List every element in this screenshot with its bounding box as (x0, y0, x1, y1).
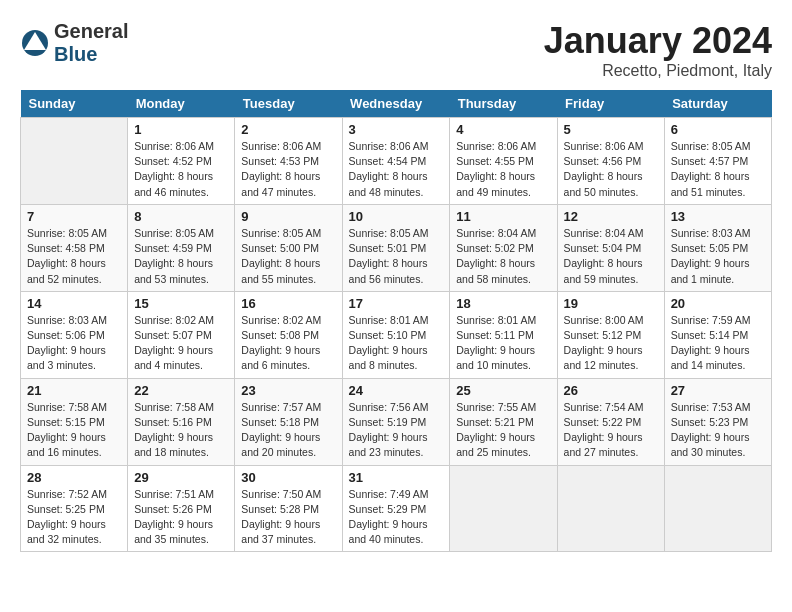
month-title: January 2024 (544, 20, 772, 62)
calendar-cell: 20Sunrise: 7:59 AMSunset: 5:14 PMDayligh… (664, 291, 771, 378)
day-number: 3 (349, 122, 444, 137)
day-number: 28 (27, 470, 121, 485)
day-number: 5 (564, 122, 658, 137)
calendar-cell: 16Sunrise: 8:02 AMSunset: 5:08 PMDayligh… (235, 291, 342, 378)
day-number: 13 (671, 209, 765, 224)
day-info: Sunrise: 8:05 AMSunset: 4:59 PMDaylight:… (134, 226, 228, 287)
day-number: 21 (27, 383, 121, 398)
day-info: Sunrise: 8:03 AMSunset: 5:06 PMDaylight:… (27, 313, 121, 374)
day-number: 1 (134, 122, 228, 137)
day-info: Sunrise: 7:59 AMSunset: 5:14 PMDaylight:… (671, 313, 765, 374)
day-number: 14 (27, 296, 121, 311)
day-info: Sunrise: 8:02 AMSunset: 5:07 PMDaylight:… (134, 313, 228, 374)
day-number: 25 (456, 383, 550, 398)
day-info: Sunrise: 8:06 AMSunset: 4:52 PMDaylight:… (134, 139, 228, 200)
logo: General Blue (20, 20, 128, 66)
calendar-cell: 15Sunrise: 8:02 AMSunset: 5:07 PMDayligh… (128, 291, 235, 378)
calendar-cell: 31Sunrise: 7:49 AMSunset: 5:29 PMDayligh… (342, 465, 450, 552)
day-info: Sunrise: 8:06 AMSunset: 4:55 PMDaylight:… (456, 139, 550, 200)
header-sunday: Sunday (21, 90, 128, 118)
day-number: 19 (564, 296, 658, 311)
calendar-cell: 25Sunrise: 7:55 AMSunset: 5:21 PMDayligh… (450, 378, 557, 465)
day-info: Sunrise: 7:53 AMSunset: 5:23 PMDaylight:… (671, 400, 765, 461)
day-info: Sunrise: 8:01 AMSunset: 5:10 PMDaylight:… (349, 313, 444, 374)
calendar-cell: 4Sunrise: 8:06 AMSunset: 4:55 PMDaylight… (450, 118, 557, 205)
day-number: 4 (456, 122, 550, 137)
day-number: 18 (456, 296, 550, 311)
day-number: 22 (134, 383, 228, 398)
calendar-header-row: SundayMondayTuesdayWednesdayThursdayFrid… (21, 90, 772, 118)
location-subtitle: Recetto, Piedmont, Italy (544, 62, 772, 80)
day-number: 7 (27, 209, 121, 224)
calendar-cell (450, 465, 557, 552)
logo-general: General (54, 20, 128, 43)
day-info: Sunrise: 8:06 AMSunset: 4:56 PMDaylight:… (564, 139, 658, 200)
day-info: Sunrise: 8:06 AMSunset: 4:53 PMDaylight:… (241, 139, 335, 200)
calendar-cell: 18Sunrise: 8:01 AMSunset: 5:11 PMDayligh… (450, 291, 557, 378)
calendar-cell: 22Sunrise: 7:58 AMSunset: 5:16 PMDayligh… (128, 378, 235, 465)
day-number: 16 (241, 296, 335, 311)
day-info: Sunrise: 8:04 AMSunset: 5:02 PMDaylight:… (456, 226, 550, 287)
calendar-cell: 30Sunrise: 7:50 AMSunset: 5:28 PMDayligh… (235, 465, 342, 552)
header-saturday: Saturday (664, 90, 771, 118)
calendar-cell (664, 465, 771, 552)
day-info: Sunrise: 7:49 AMSunset: 5:29 PMDaylight:… (349, 487, 444, 548)
calendar-cell: 2Sunrise: 8:06 AMSunset: 4:53 PMDaylight… (235, 118, 342, 205)
calendar-cell: 10Sunrise: 8:05 AMSunset: 5:01 PMDayligh… (342, 204, 450, 291)
day-info: Sunrise: 7:52 AMSunset: 5:25 PMDaylight:… (27, 487, 121, 548)
calendar-cell: 3Sunrise: 8:06 AMSunset: 4:54 PMDaylight… (342, 118, 450, 205)
calendar-cell: 23Sunrise: 7:57 AMSunset: 5:18 PMDayligh… (235, 378, 342, 465)
day-info: Sunrise: 8:05 AMSunset: 5:00 PMDaylight:… (241, 226, 335, 287)
header-wednesday: Wednesday (342, 90, 450, 118)
page-header: General Blue January 2024 Recetto, Piedm… (20, 20, 772, 80)
day-number: 23 (241, 383, 335, 398)
day-info: Sunrise: 7:58 AMSunset: 5:15 PMDaylight:… (27, 400, 121, 461)
day-number: 17 (349, 296, 444, 311)
calendar-cell: 9Sunrise: 8:05 AMSunset: 5:00 PMDaylight… (235, 204, 342, 291)
calendar-cell: 6Sunrise: 8:05 AMSunset: 4:57 PMDaylight… (664, 118, 771, 205)
calendar-cell: 12Sunrise: 8:04 AMSunset: 5:04 PMDayligh… (557, 204, 664, 291)
day-number: 10 (349, 209, 444, 224)
day-number: 24 (349, 383, 444, 398)
day-number: 29 (134, 470, 228, 485)
calendar-cell: 1Sunrise: 8:06 AMSunset: 4:52 PMDaylight… (128, 118, 235, 205)
calendar-cell: 29Sunrise: 7:51 AMSunset: 5:26 PMDayligh… (128, 465, 235, 552)
day-info: Sunrise: 8:00 AMSunset: 5:12 PMDaylight:… (564, 313, 658, 374)
day-number: 11 (456, 209, 550, 224)
calendar-table: SundayMondayTuesdayWednesdayThursdayFrid… (20, 90, 772, 552)
header-thursday: Thursday (450, 90, 557, 118)
calendar-cell: 24Sunrise: 7:56 AMSunset: 5:19 PMDayligh… (342, 378, 450, 465)
day-info: Sunrise: 8:06 AMSunset: 4:54 PMDaylight:… (349, 139, 444, 200)
day-info: Sunrise: 7:58 AMSunset: 5:16 PMDaylight:… (134, 400, 228, 461)
day-number: 26 (564, 383, 658, 398)
calendar-cell: 27Sunrise: 7:53 AMSunset: 5:23 PMDayligh… (664, 378, 771, 465)
calendar-cell: 19Sunrise: 8:00 AMSunset: 5:12 PMDayligh… (557, 291, 664, 378)
day-info: Sunrise: 8:03 AMSunset: 5:05 PMDaylight:… (671, 226, 765, 287)
calendar-cell: 17Sunrise: 8:01 AMSunset: 5:10 PMDayligh… (342, 291, 450, 378)
day-number: 27 (671, 383, 765, 398)
calendar-cell (557, 465, 664, 552)
day-info: Sunrise: 8:05 AMSunset: 4:58 PMDaylight:… (27, 226, 121, 287)
calendar-week-2: 7Sunrise: 8:05 AMSunset: 4:58 PMDaylight… (21, 204, 772, 291)
logo-icon (20, 28, 50, 58)
day-info: Sunrise: 7:55 AMSunset: 5:21 PMDaylight:… (456, 400, 550, 461)
calendar-cell: 13Sunrise: 8:03 AMSunset: 5:05 PMDayligh… (664, 204, 771, 291)
day-info: Sunrise: 7:57 AMSunset: 5:18 PMDaylight:… (241, 400, 335, 461)
logo-blue: Blue (54, 43, 128, 66)
calendar-week-5: 28Sunrise: 7:52 AMSunset: 5:25 PMDayligh… (21, 465, 772, 552)
title-block: January 2024 Recetto, Piedmont, Italy (544, 20, 772, 80)
day-info: Sunrise: 8:02 AMSunset: 5:08 PMDaylight:… (241, 313, 335, 374)
calendar-week-4: 21Sunrise: 7:58 AMSunset: 5:15 PMDayligh… (21, 378, 772, 465)
calendar-cell: 26Sunrise: 7:54 AMSunset: 5:22 PMDayligh… (557, 378, 664, 465)
day-number: 6 (671, 122, 765, 137)
calendar-cell: 8Sunrise: 8:05 AMSunset: 4:59 PMDaylight… (128, 204, 235, 291)
day-info: Sunrise: 7:56 AMSunset: 5:19 PMDaylight:… (349, 400, 444, 461)
header-monday: Monday (128, 90, 235, 118)
calendar-cell: 21Sunrise: 7:58 AMSunset: 5:15 PMDayligh… (21, 378, 128, 465)
day-number: 2 (241, 122, 335, 137)
day-info: Sunrise: 7:51 AMSunset: 5:26 PMDaylight:… (134, 487, 228, 548)
day-number: 30 (241, 470, 335, 485)
calendar-cell: 28Sunrise: 7:52 AMSunset: 5:25 PMDayligh… (21, 465, 128, 552)
header-tuesday: Tuesday (235, 90, 342, 118)
calendar-cell: 14Sunrise: 8:03 AMSunset: 5:06 PMDayligh… (21, 291, 128, 378)
